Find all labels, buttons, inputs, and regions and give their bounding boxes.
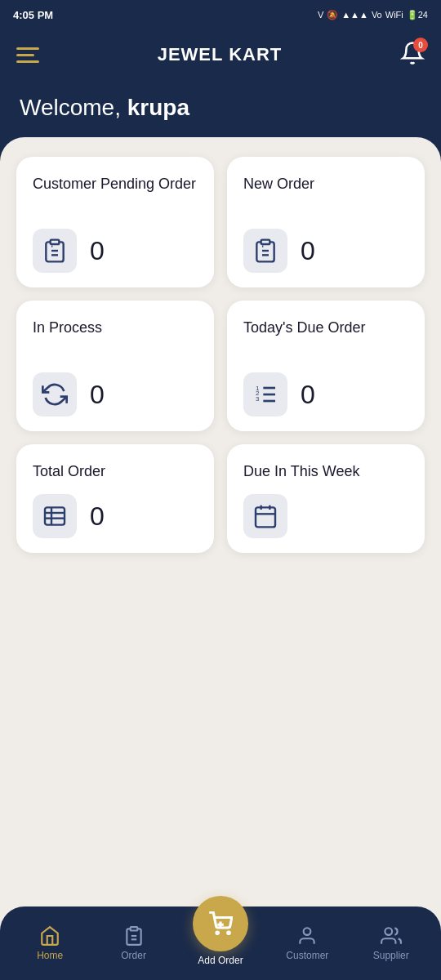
card-bottom-customer-pending: 0 xyxy=(33,229,198,273)
vivaldi-icon: V xyxy=(318,10,323,20)
nav-add-order-label: Add Order xyxy=(198,955,243,966)
svg-point-29 xyxy=(304,928,311,935)
nav-home[interactable]: Home xyxy=(25,925,74,961)
card-customer-pending-order[interactable]: Customer Pending Order 0 xyxy=(16,157,214,287)
table-list-icon xyxy=(42,503,68,529)
supplier-icon xyxy=(381,925,402,947)
refresh-icon-wrap xyxy=(33,372,77,416)
card-total-order[interactable]: Total Order 0 xyxy=(16,444,214,553)
card-bottom-due-week xyxy=(243,494,408,538)
svg-point-26 xyxy=(228,932,230,934)
svg-text:3: 3 xyxy=(256,395,260,403)
nav-customer-label: Customer xyxy=(286,950,328,961)
calendar-icon-wrap xyxy=(243,494,287,538)
cart-plus-icon xyxy=(208,911,233,936)
card-title-customer-pending: Customer Pending Order xyxy=(33,175,198,194)
customer-icon xyxy=(296,925,318,947)
card-count-in-process: 0 xyxy=(90,380,105,410)
card-in-process[interactable]: In Process 0 xyxy=(16,301,214,431)
list-numbered-icon: 1 2 3 xyxy=(252,381,278,408)
welcome-prefix: Welcome, xyxy=(20,95,127,120)
card-count-customer-pending: 0 xyxy=(90,236,105,266)
clipboard-icon-wrap xyxy=(33,229,77,273)
card-title-todays-due: Today's Due Order xyxy=(243,318,408,337)
welcome-username: krupa xyxy=(127,95,189,120)
nav-supplier-label: Supplier xyxy=(373,950,409,961)
card-bottom-in-process: 0 xyxy=(33,372,198,416)
signal-icon: ▲▲▲ xyxy=(341,10,368,20)
status-time: 4:05 PM xyxy=(13,9,53,21)
notification-badge: 0 xyxy=(413,38,428,52)
vowifi-icon: Vo xyxy=(372,10,382,20)
table-list-icon-wrap xyxy=(33,494,77,538)
welcome-text: Welcome, krupa xyxy=(20,95,421,121)
card-todays-due-order[interactable]: Today's Due Order 1 2 3 0 xyxy=(227,301,425,431)
mute-icon: 🔕 xyxy=(327,10,338,20)
card-bottom-new-order: 0 xyxy=(243,229,408,273)
svg-rect-18 xyxy=(256,508,275,528)
card-title-new-order: New Order xyxy=(243,175,408,194)
card-title-due-week: Due In This Week xyxy=(243,462,408,481)
app-header: JEWEL KART 0 xyxy=(0,29,441,87)
home-icon xyxy=(39,925,60,947)
list-numbered-icon-wrap: 1 2 3 xyxy=(243,372,287,416)
card-count-todays-due: 0 xyxy=(301,380,315,410)
add-order-button[interactable] xyxy=(193,896,248,951)
status-icons: V 🔕 ▲▲▲ Vo WiFi 🔋24 xyxy=(318,10,428,20)
nav-add-order-wrapper: Add Order xyxy=(193,920,248,966)
card-new-order[interactable]: New Order 0 xyxy=(227,157,425,287)
svg-rect-22 xyxy=(130,927,137,930)
card-title-total-order: Total Order xyxy=(33,462,198,481)
clipboard-icon xyxy=(42,238,68,264)
cards-container: Customer Pending Order 0 New Order xyxy=(0,137,441,635)
card-due-in-week[interactable]: Due In This Week xyxy=(227,444,425,553)
svg-point-25 xyxy=(216,932,219,934)
calendar-icon xyxy=(252,503,278,529)
card-count-new-order: 0 xyxy=(301,236,315,266)
svg-rect-0 xyxy=(51,240,60,244)
status-bar: 4:05 PM V 🔕 ▲▲▲ Vo WiFi 🔋24 xyxy=(0,0,441,29)
svg-rect-14 xyxy=(45,508,65,525)
new-order-clipboard-icon xyxy=(252,238,278,264)
nav-customer[interactable]: Customer xyxy=(283,925,332,961)
svg-point-30 xyxy=(385,928,392,935)
svg-rect-4 xyxy=(261,240,270,244)
notification-bell[interactable]: 0 xyxy=(400,41,425,69)
bottom-nav: Home Order Add Order Custom xyxy=(0,906,441,980)
nav-order-label: Order xyxy=(121,950,146,961)
refresh-icon xyxy=(42,381,68,408)
nav-supplier[interactable]: Supplier xyxy=(367,925,416,961)
nav-home-label: Home xyxy=(37,950,63,961)
card-count-total-order: 0 xyxy=(90,501,105,532)
wifi-icon: WiFi xyxy=(385,10,403,20)
order-icon xyxy=(123,925,145,947)
battery-icon: 🔋24 xyxy=(407,10,428,20)
nav-order[interactable]: Order xyxy=(109,925,158,961)
hamburger-menu[interactable] xyxy=(16,47,39,63)
cards-grid: Customer Pending Order 0 New Order xyxy=(16,157,425,553)
card-title-in-process: In Process xyxy=(33,318,198,337)
card-bottom-todays-due: 1 2 3 0 xyxy=(243,372,408,416)
new-order-icon-wrap xyxy=(243,229,287,273)
card-bottom-total-order: 0 xyxy=(33,494,198,538)
app-title: JEWEL KART xyxy=(158,44,283,65)
